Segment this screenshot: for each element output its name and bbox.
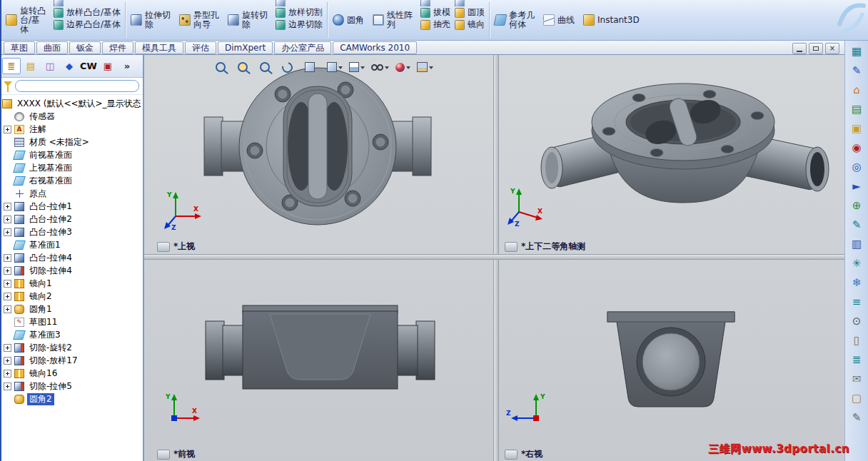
section-view-icon[interactable] [305,62,321,72]
tree-item[interactable]: 切除-拉伸4 [2,264,143,277]
expand-icon[interactable] [4,370,11,378]
extrude-cut-button[interactable]: 拉伸切除 [128,0,176,40]
note-icon[interactable]: ▢ [849,391,864,405]
boundary-cut-button[interactable]: 边界切除 [276,19,323,31]
snowflake-icon[interactable]: ❄ [849,275,864,290]
close-button[interactable]: × [825,43,839,54]
viewport-bottom-left[interactable]: Y X *前视 [144,260,493,461]
apply-scene-icon[interactable] [417,62,433,72]
viewport-top-left[interactable]: Y X Z *上视 [144,55,493,254]
expand-icon[interactable] [4,267,11,275]
tree-item[interactable]: 切除-拉伸5 [2,380,143,392]
tree-item[interactable]: 右视基准面 [2,174,143,187]
boundary-boss-button[interactable]: 边界凸台/基体 [54,19,121,31]
reference-geometry-button[interactable]: 参考几何体 [492,0,540,40]
expand-icon[interactable] [4,305,11,313]
linear-pattern-button[interactable]: 线性阵列 [370,0,418,40]
expand-icon[interactable] [4,203,11,211]
ribbon-tab[interactable]: 办公室产品 [274,41,331,54]
rotate-view-icon[interactable] [282,62,298,73]
expand-icon[interactable] [4,228,11,236]
zoom-area-icon[interactable] [238,62,253,72]
zoom-inout-icon[interactable] [260,62,276,72]
fillet-button[interactable]: 圆角 [330,0,370,40]
configurationmanager-icon[interactable]: ◫ [41,58,59,74]
ribbon-tab[interactable]: DimXpert [218,41,273,54]
expand-icon[interactable] [4,357,11,365]
horizontal-splitter[interactable] [144,254,844,260]
tree-item[interactable]: 草图11 [2,315,143,328]
ribbon-tab[interactable]: 模具工具 [135,41,183,54]
tree-item[interactable]: 镜向2 [2,290,143,303]
tree-item[interactable]: 凸台-拉伸1 [2,200,143,213]
ruler-icon[interactable]: ≡ [849,295,864,309]
tree-item[interactable]: 注解 [2,123,143,136]
custom-properties-icon[interactable]: ▥ [849,237,864,251]
appearances-icon[interactable]: ⊕ [849,198,864,213]
ribbon-tab[interactable]: 评估 [185,41,216,54]
expand-icon[interactable] [4,293,11,300]
ribbon-tab[interactable]: 钣金 [69,41,101,54]
scene-pencil-icon[interactable]: ✎ [849,218,864,232]
eye-icon[interactable]: ⊙ [849,314,864,328]
asterisk-icon[interactable]: ✳ [849,256,864,270]
camworks-operation-tree-icon[interactable]: ▣ [99,58,117,74]
tree-item[interactable]: 镜向1 [2,277,143,290]
mail-icon[interactable]: ✉ [849,372,864,386]
tree-item[interactable]: 基准面3 [2,328,143,341]
propertymanager-icon[interactable]: ▤ [21,58,40,74]
home-icon[interactable]: ⌂ [849,83,864,97]
layers-icon[interactable]: ≣ [849,353,864,367]
expand-icon[interactable] [4,216,11,223]
view-orientation-icon[interactable] [327,62,343,72]
tree-item[interactable]: 传感器 [2,110,143,123]
ribbon-tab[interactable]: 焊件 [102,41,133,54]
tree-item[interactable]: 材质 <未指定> [2,136,143,148]
expand-icon[interactable] [4,383,11,390]
graphics-area[interactable]: Y X Z *上视 [144,55,844,461]
file-explorer-icon[interactable]: ▣ [849,121,864,136]
tree-item[interactable]: 圆角2 [2,392,143,405]
view-palette-icon[interactable]: ◎ [849,160,864,174]
edit-appearance-icon[interactable] [395,63,410,72]
ribbon-tab[interactable]: 曲面 [36,41,68,54]
tree-item[interactable]: 上视基准面 [2,161,143,174]
tree-item[interactable]: 凸台-拉伸4 [2,251,143,264]
search-icon[interactable]: ◉ [849,141,864,155]
instant3d-button[interactable]: Instant3D [580,0,642,40]
ribbon-tab[interactable]: CAMWorks 2010 [333,41,417,54]
tree-item[interactable]: 基准面1 [2,238,143,251]
edit-icon[interactable]: ✎ [849,410,864,425]
dimxpertmanager-icon[interactable]: ◆ [60,58,79,74]
arrow-icon[interactable]: ► [849,179,864,193]
restore-button[interactable] [809,43,823,54]
tree-item[interactable]: 凸台-拉伸3 [2,226,143,238]
revolve-cut-button[interactable]: 旋转切除 [225,0,273,40]
ribbon-tab[interactable]: 草图 [4,41,35,54]
pencil-icon[interactable]: ✎ [849,64,864,78]
tree-item[interactable]: 前视基准面 [2,148,143,161]
featuremanager-tree-icon[interactable]: ≣ [2,58,21,74]
tree-item[interactable]: 原点 [2,187,143,200]
camworks-feature-tree-icon[interactable]: CW [79,58,98,74]
expand-icon[interactable] [4,254,11,262]
grid-icon[interactable]: ▦ [849,44,864,59]
shell-button[interactable]: 抽壳 [420,19,450,31]
viewport-top-right[interactable]: Y X Z *上下二等角轴测 [499,55,844,254]
design-library-icon[interactable]: ▤ [849,102,864,116]
hide-show-items-icon[interactable] [371,64,389,71]
doc-icon[interactable]: ▯ [849,333,864,348]
hole-wizard-button[interactable]: 异型孔向导 [176,0,225,40]
tree-item[interactable]: 凸台-拉伸2 [2,213,143,226]
tree-item[interactable]: 切除-放样17 [2,354,143,367]
tree-item[interactable]: 圆角1 [2,303,143,315]
loft-cut-button[interactable]: 放样切割 [276,6,323,19]
tree-filter-input[interactable] [15,80,139,92]
minimize-button[interactable] [792,43,807,54]
viewport-bottom-right[interactable]: Y Z *右视 [499,260,844,461]
expand-icon[interactable] [4,126,11,133]
tree-root-item[interactable]: XXXX (默认<<默认>_显示状态 [2,97,143,110]
draft-button[interactable]: 拔模 [420,6,450,19]
model-isometric-view[interactable] [499,55,844,254]
dome-button[interactable]: 圆顶 [455,6,485,19]
